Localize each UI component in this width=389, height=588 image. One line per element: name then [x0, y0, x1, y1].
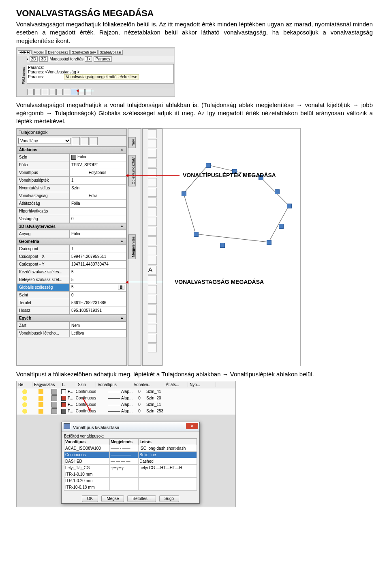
- tool-icon[interactable]: [148, 217, 157, 226]
- layer-row[interactable]: P...Continuous——— Alap...0Szín_253: [17, 408, 235, 415]
- vertex-grip[interactable]: [287, 204, 292, 208]
- section-other[interactable]: Egyéb: [17, 315, 126, 322]
- status-icon[interactable]: [27, 89, 34, 95]
- quick-panel-icon[interactable]: ▪: [27, 57, 28, 61]
- prop-value[interactable]: 895.1005719391: [70, 307, 126, 314]
- status-icon[interactable]: [42, 89, 48, 95]
- color-swatch[interactable]: [61, 396, 66, 401]
- freeze-icon[interactable]: [38, 396, 43, 401]
- prop-value[interactable]: 599474.207959511: [70, 253, 126, 260]
- tool-icon[interactable]: [148, 188, 157, 197]
- tab-elrend[interactable]: Elrendezés1: [46, 50, 70, 55]
- cancel-button[interactable]: Mégse: [101, 495, 124, 502]
- prop-value[interactable]: TERV_SPORT: [70, 161, 126, 169]
- tool-icon[interactable]: [148, 227, 157, 236]
- prop-value[interactable]: 56619.7882231386: [70, 299, 126, 307]
- vtab-obj[interactable]: Objektumosztály: [128, 155, 136, 187]
- tool-icon[interactable]: [148, 275, 157, 284]
- vertex-grip[interactable]: [206, 163, 211, 168]
- calculator-icon[interactable]: 🖩: [118, 285, 124, 290]
- vertex-grip[interactable]: [275, 189, 280, 194]
- lock-icon[interactable]: [51, 395, 57, 401]
- btn-1x[interactable]: 1x: [85, 56, 92, 62]
- color-swatch[interactable]: [61, 389, 66, 394]
- tool-icon[interactable]: [148, 314, 157, 323]
- tool-icon[interactable]: [148, 295, 157, 304]
- linetype-row[interactable]: DASHED— — — —Dashed: [64, 458, 197, 464]
- drawing-canvas[interactable]: [163, 129, 300, 366]
- tool-icon[interactable]: [148, 139, 157, 148]
- prop-value[interactable]: Szín: [70, 184, 126, 192]
- linetype-row[interactable]: ITR-1-0.20 mm: [64, 477, 197, 484]
- linetype-row[interactable]: helyi_Táj_CG┬━┬━┬helyi CG —HT—HT—H: [64, 464, 197, 471]
- color-swatch[interactable]: [61, 402, 66, 407]
- tab-szab[interactable]: Szabályozási: [98, 50, 123, 55]
- tool-icon[interactable]: [148, 305, 157, 313]
- tool-icon[interactable]: [148, 256, 157, 265]
- ok-button[interactable]: OK: [82, 495, 98, 502]
- linetype-list[interactable]: VonaltípusMegjelenésLeírás ACAD_ISO08W10…: [64, 438, 197, 491]
- prop-value[interactable]: 1: [70, 176, 126, 184]
- vertex-grip[interactable]: [220, 243, 225, 248]
- freeze-icon[interactable]: [38, 409, 43, 414]
- prop-value[interactable]: ———— Fólia: [70, 192, 126, 200]
- prop-value[interactable]: [70, 207, 126, 215]
- help-button[interactable]: Súgó: [159, 495, 179, 502]
- layer-row[interactable]: P...Continuous——— Alap...0Szín_11: [17, 401, 235, 408]
- prop-value-global-width[interactable]: 5🖩: [70, 283, 126, 291]
- tab-model[interactable]: Modell: [32, 50, 46, 55]
- move-icon[interactable]: [148, 343, 157, 352]
- cmd-prompt[interactable]: Parancs:: [28, 75, 44, 79]
- status-icon[interactable]: [78, 89, 85, 95]
- tool-icon[interactable]: [148, 334, 157, 343]
- btn-3d[interactable]: 3D: [39, 56, 48, 62]
- close-icon[interactable]: ✕: [186, 423, 198, 429]
- vtab-megj[interactable]: Megjelenítés: [128, 234, 136, 259]
- linetype-row[interactable]: ACAD_ISO08W100—— · —— ·ISO long-dash sho…: [64, 445, 197, 451]
- dialog-header[interactable]: Vonaltípus kiválasztása ✕: [62, 422, 199, 431]
- line-icon[interactable]: [148, 129, 157, 138]
- prop-value[interactable]: Nem: [70, 322, 126, 329]
- prop-value[interactable]: 0: [70, 291, 126, 299]
- status-icon[interactable]: [85, 89, 92, 95]
- btn-parancs[interactable]: Parancs: [94, 56, 112, 62]
- tool-icon[interactable]: [148, 207, 157, 216]
- btn-2d[interactable]: 2D: [30, 56, 38, 62]
- linetype-row-selected[interactable]: Continuous—————Solid line: [64, 451, 197, 458]
- tool-icon[interactable]: [148, 178, 157, 187]
- prop-value[interactable]: 5: [70, 268, 126, 276]
- status-icon[interactable]: [56, 89, 63, 95]
- freeze-icon[interactable]: [38, 389, 43, 394]
- section-general[interactable]: Általános: [17, 146, 126, 153]
- text-icon[interactable]: A: [148, 266, 157, 275]
- visibility-icon[interactable]: [22, 402, 27, 407]
- lock-icon[interactable]: [51, 402, 57, 408]
- prop-value[interactable]: 1: [70, 245, 126, 253]
- load-button[interactable]: Betöltés...: [127, 495, 156, 502]
- prop-value[interactable]: 0: [70, 215, 126, 223]
- status-icon[interactable]: [64, 89, 70, 95]
- status-icon[interactable]: [49, 89, 56, 95]
- visibility-icon[interactable]: [22, 389, 27, 394]
- tool-icon[interactable]: [148, 168, 157, 177]
- freeze-icon[interactable]: [38, 402, 43, 407]
- vertex-grip[interactable]: [194, 232, 199, 237]
- tool-icon[interactable]: [148, 149, 157, 158]
- tool-icon[interactable]: [148, 324, 157, 333]
- linetype-row[interactable]: ITR-10-0.18 mm: [64, 484, 197, 490]
- panel-icon[interactable]: [72, 137, 80, 145]
- vtab-terv[interactable]: Terv: [128, 137, 136, 148]
- section-3d[interactable]: 3D látványtervezés: [17, 223, 126, 230]
- color-swatch[interactable]: [61, 409, 66, 414]
- prop-value[interactable]: Letiltva: [70, 329, 126, 337]
- object-type-dropdown[interactable]: Vonallánc: [18, 138, 71, 144]
- tab-szerk[interactable]: Szerkezeti terv: [70, 50, 98, 55]
- visibility-icon[interactable]: [22, 396, 27, 401]
- vertex-grip[interactable]: [267, 240, 271, 245]
- lock-icon[interactable]: [51, 408, 57, 414]
- lock-icon[interactable]: [51, 389, 57, 395]
- prop-value[interactable]: 5: [70, 276, 126, 283]
- vertex-grip[interactable]: [279, 224, 284, 229]
- tool-icon[interactable]: [148, 197, 157, 206]
- linetype-row[interactable]: ITR-1-0.10 mm: [64, 471, 197, 477]
